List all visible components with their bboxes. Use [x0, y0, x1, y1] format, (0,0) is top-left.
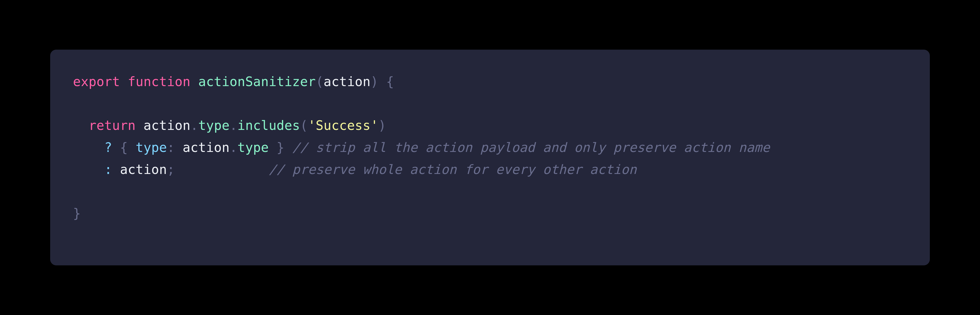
- keyword-return: return: [89, 118, 135, 133]
- code-block: export function actionSanitizer(action) …: [73, 71, 907, 224]
- member-type: type: [237, 140, 269, 155]
- brace-open: {: [120, 140, 128, 155]
- indent: [73, 140, 104, 155]
- paren-close: ): [378, 118, 386, 133]
- code-panel: export function actionSanitizer(action) …: [50, 49, 930, 266]
- identifier-action: action: [183, 140, 229, 155]
- paren-open: (: [316, 74, 323, 89]
- code-line-4: ? { type: action.type } // strip all the…: [73, 140, 770, 155]
- param-action: action: [323, 74, 371, 89]
- ternary-colon: :: [104, 162, 112, 177]
- dot: .: [191, 118, 198, 133]
- brace-close: }: [277, 140, 285, 155]
- indent: [73, 118, 89, 133]
- comment-strip: // strip all the action payload and only…: [292, 140, 770, 155]
- keyword-function: function: [128, 74, 190, 89]
- method-includes: includes: [237, 118, 300, 133]
- indent: [73, 162, 104, 177]
- padding: [175, 162, 269, 177]
- object-key-type: type: [135, 140, 167, 155]
- colon: :: [167, 140, 175, 155]
- brace-open: {: [386, 74, 394, 89]
- code-line-3: return action.type.includes('Success'): [73, 118, 386, 133]
- member-type: type: [198, 118, 230, 133]
- code-line-5: : action; // preserve whole action for e…: [73, 162, 637, 177]
- code-line-1: export function actionSanitizer(action) …: [73, 74, 394, 89]
- brace-close: }: [73, 206, 81, 221]
- dot: .: [229, 118, 237, 133]
- dot: .: [229, 140, 237, 155]
- paren-close: ): [371, 74, 378, 89]
- identifier-action: action: [120, 162, 167, 177]
- function-name: actionSanitizer: [198, 74, 316, 89]
- keyword-export: export: [73, 74, 120, 89]
- string-success: 'Success': [308, 118, 378, 133]
- comment-preserve: // preserve whole action for every other…: [269, 162, 637, 177]
- ternary-question: ?: [104, 140, 112, 155]
- paren-open: (: [300, 118, 308, 133]
- code-line-7: }: [73, 206, 81, 221]
- identifier-action: action: [143, 118, 190, 133]
- semicolon: ;: [167, 162, 175, 177]
